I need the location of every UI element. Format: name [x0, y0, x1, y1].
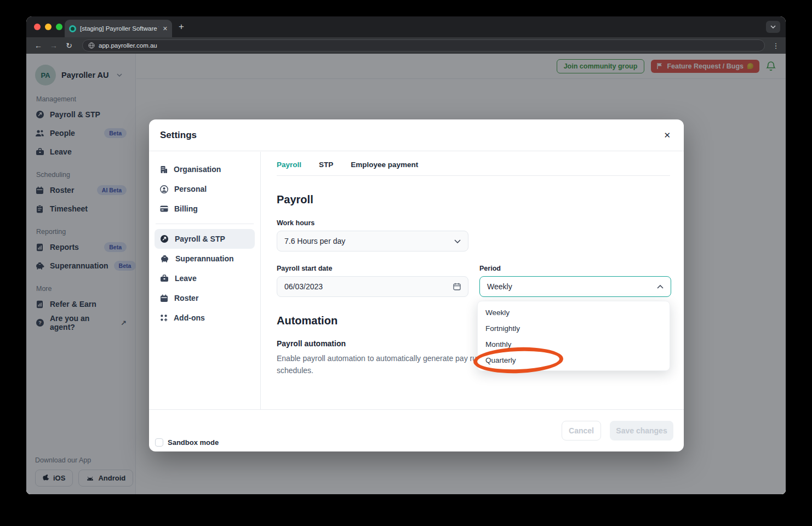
browser-menu-button[interactable]: ⋮ [771, 42, 780, 50]
sandbox-mode-toggle[interactable]: Sandbox mode [155, 438, 219, 447]
automation-description-line2: schedules. [277, 366, 313, 375]
work-hours-label: Work hours [277, 219, 670, 227]
app-viewport: PA Payroller AU Management Payroll & STP… [26, 54, 786, 494]
add-ons-icon [160, 314, 168, 322]
nav-divider [156, 224, 254, 224]
period-label: Period [479, 265, 671, 272]
settings-nav-label: Add-ons [174, 313, 205, 322]
close-icon[interactable]: ✕ [664, 130, 671, 140]
tab-search-button[interactable] [766, 21, 780, 33]
start-date-value: 06/03/2023 [284, 282, 323, 291]
reload-button[interactable]: ↻ [62, 41, 76, 50]
payroll-stp-icon [160, 235, 169, 243]
settings-nav-addons[interactable]: Add-ons [155, 308, 255, 328]
settings-nav-personal[interactable]: Personal [155, 179, 255, 199]
minimize-window-button[interactable] [45, 24, 52, 30]
settings-nav-leave[interactable]: Leave [155, 268, 255, 288]
settings-nav-label: Personal [174, 185, 207, 193]
tab-close-icon[interactable]: ✕ [163, 25, 168, 32]
window-controls [34, 24, 62, 30]
settings-modal: Settings ✕ Organisation Personal Billing [149, 119, 684, 451]
settings-nav-label: Billing [174, 204, 198, 213]
calendar-icon [160, 294, 168, 302]
url-bar[interactable]: app.payroller.com.au [82, 39, 765, 52]
modal-title: Settings [160, 130, 197, 141]
modal-header: Settings ✕ [149, 119, 684, 151]
period-option-fortnightly[interactable]: Fortnightly [478, 321, 670, 336]
payroll-start-date-input[interactable]: 06/03/2023 [277, 276, 468, 297]
chevron-down-icon [454, 239, 461, 243]
sandbox-label: Sandbox mode [168, 438, 219, 447]
chevron-down-icon [770, 25, 776, 28]
period-select[interactable]: Weekly [479, 276, 671, 297]
building-icon [160, 165, 168, 174]
forward-button[interactable]: → [47, 41, 60, 50]
browser-tabstrip: [staging] Payroller Software W ✕ + [26, 16, 786, 37]
close-window-button[interactable] [34, 24, 41, 30]
back-button[interactable]: ← [32, 41, 45, 50]
settings-nav-billing[interactable]: Billing [155, 199, 255, 219]
settings-nav: Organisation Personal Billing Payroll & … [149, 152, 261, 409]
chevron-up-icon [657, 285, 664, 289]
settings-tabs: Payroll STP Employee payment [277, 152, 670, 176]
start-date-label: Payroll start date [277, 265, 468, 272]
settings-nav-roster[interactable]: Roster [155, 288, 255, 308]
browser-window: [staging] Payroller Software W ✕ + ← → ↻… [26, 16, 786, 494]
settings-nav-superannuation[interactable]: Superannuation [155, 249, 255, 268]
payroller-favicon-icon [69, 25, 76, 32]
url-text: app.payroller.com.au [99, 42, 157, 49]
tab-payroll[interactable]: Payroll [277, 161, 301, 169]
briefcase-icon [160, 275, 169, 282]
work-hours-value: 7.6 Hours per day [284, 237, 345, 245]
save-changes-button[interactable]: Save changes [610, 421, 673, 441]
zoom-window-button[interactable] [56, 24, 62, 30]
credit-card-icon [160, 205, 168, 212]
cancel-button[interactable]: Cancel [562, 421, 601, 441]
settings-nav-label: Roster [174, 294, 198, 302]
modal-footer: Cancel Save changes Sandbox mode [149, 409, 684, 451]
period-option-weekly[interactable]: Weekly [478, 305, 670, 321]
settings-nav-label: Leave [175, 274, 197, 283]
tab-title: [staging] Payroller Software W [80, 25, 159, 32]
sandbox-checkbox[interactable] [155, 438, 163, 447]
settings-nav-label: Superannuation [175, 254, 234, 263]
new-tab-button[interactable]: + [179, 22, 184, 31]
period-value: Weekly [487, 282, 512, 291]
settings-nav-label: Organisation [174, 165, 221, 174]
tab-stp[interactable]: STP [319, 161, 333, 169]
payroll-heading: Payroll [277, 193, 670, 206]
browser-tab[interactable]: [staging] Payroller Software W ✕ [65, 20, 172, 37]
person-circle-icon [160, 185, 168, 193]
piggy-bank-icon [160, 255, 169, 262]
calendar-icon [453, 283, 461, 290]
work-hours-select[interactable]: 7.6 Hours per day [277, 231, 468, 251]
automation-description-line1: Enable payroll automation to automatical… [277, 354, 487, 363]
tab-employee-payment[interactable]: Employee payment [351, 161, 418, 169]
browser-toolbar: ← → ↻ app.payroller.com.au ⋮ [26, 37, 786, 54]
site-info-icon [88, 42, 95, 49]
settings-nav-label: Payroll & STP [175, 235, 225, 243]
settings-nav-payroll-stp[interactable]: Payroll & STP [155, 229, 255, 249]
settings-nav-organisation[interactable]: Organisation [155, 159, 255, 179]
